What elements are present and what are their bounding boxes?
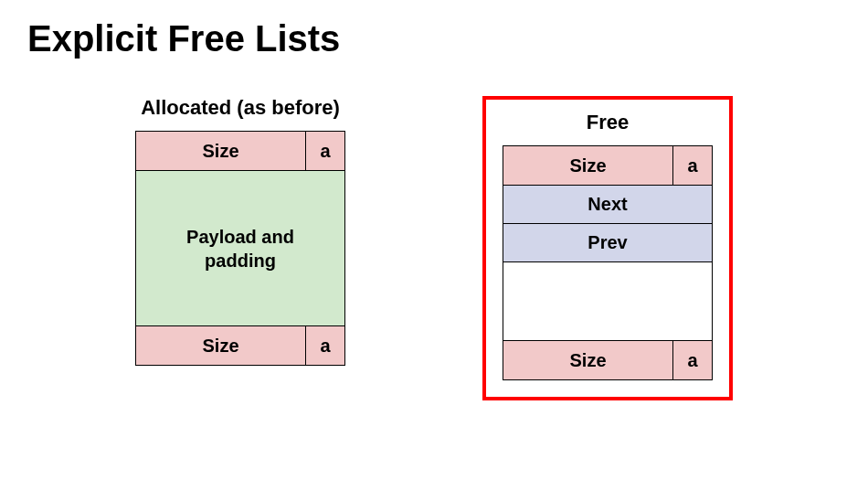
free-header-size: Size [503, 146, 673, 185]
allocated-header-row: Size a [135, 131, 345, 171]
page-title: Explicit Free Lists [27, 18, 340, 59]
allocated-header-size: Size [136, 132, 306, 170]
allocated-payload-text: Payload and padding [176, 225, 304, 272]
allocated-payload: Payload and padding [135, 171, 345, 326]
allocated-block: Size a Payload and padding Size a [135, 131, 345, 366]
free-prev: Prev [503, 224, 713, 262]
allocated-footer-a: a [306, 326, 344, 365]
free-blank [503, 262, 713, 341]
free-title: Free [587, 111, 629, 134]
free-footer-size: Size [503, 341, 673, 379]
free-next: Next [503, 186, 713, 224]
free-footer-a: a [673, 341, 712, 379]
allocated-header-a: a [306, 132, 344, 170]
allocated-column: Allocated (as before) Size a Payload and… [135, 96, 345, 400]
free-footer-row: Size a [503, 341, 713, 380]
free-header-a: a [673, 146, 712, 185]
allocated-footer-row: Size a [135, 326, 345, 366]
allocated-footer-size: Size [136, 326, 306, 365]
diagram-container: Allocated (as before) Size a Payload and… [0, 96, 868, 400]
free-block: Size a Next Prev Size a [503, 145, 713, 380]
free-highlight-box: Free Size a Next Prev Size a [482, 96, 733, 400]
allocated-title: Allocated (as before) [141, 96, 340, 120]
free-header-row: Size a [503, 145, 713, 186]
